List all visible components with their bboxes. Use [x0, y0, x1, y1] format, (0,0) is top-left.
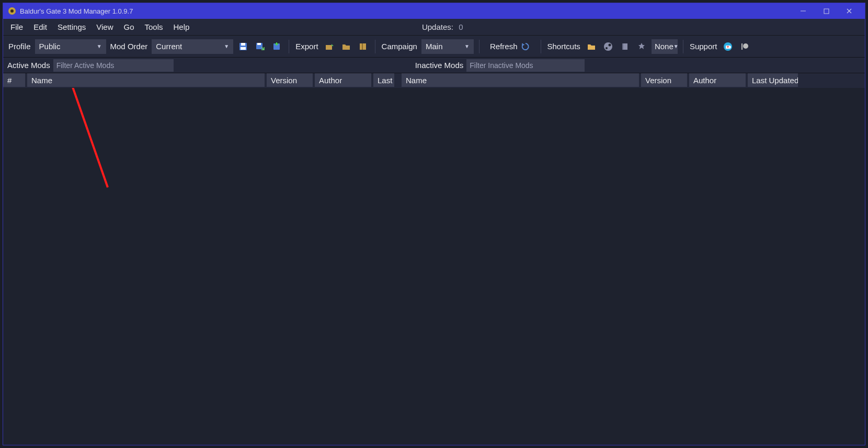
col-name-active[interactable]: Name — [27, 73, 267, 87]
menubar: File Edit Settings View Go Tools Help Up… — [3, 19, 865, 36]
svg-line-21 — [67, 88, 108, 187]
annotation-arrow — [3, 88, 401, 297]
mod-list-content — [3, 88, 865, 445]
svg-point-15 — [606, 47, 608, 49]
svg-point-1 — [10, 9, 14, 13]
updates-count: 0 — [459, 23, 463, 31]
export-zip-icon[interactable] — [356, 40, 370, 53]
toolbar-separator — [541, 40, 541, 53]
svg-rect-12 — [362, 43, 363, 50]
chevron-down-icon: ▼ — [224, 43, 229, 49]
svg-rect-5 — [241, 43, 245, 46]
refresh-icon — [521, 42, 530, 51]
config-icon[interactable] — [635, 40, 648, 53]
svg-rect-2 — [801, 11, 806, 12]
svg-point-13 — [604, 42, 612, 51]
menu-go[interactable]: Go — [118, 20, 139, 34]
support-label: Support — [689, 42, 718, 51]
open-folder-icon[interactable] — [585, 40, 598, 53]
menu-edit[interactable]: Edit — [28, 20, 52, 34]
filter-active-input[interactable] — [53, 59, 174, 72]
svg-rect-10 — [326, 45, 332, 50]
export-label: Export — [294, 42, 319, 51]
svg-rect-3 — [824, 9, 829, 14]
minimize-button[interactable] — [792, 4, 815, 18]
close-button[interactable] — [838, 4, 861, 18]
svg-rect-8 — [257, 43, 261, 45]
col-lastupdated-inactive[interactable]: Last Updated — [748, 73, 800, 87]
menu-tools[interactable]: Tools — [140, 20, 168, 34]
none-label: None — [655, 42, 673, 51]
toolbar-separator — [683, 40, 683, 53]
modorder-label: Mod Order — [109, 42, 149, 51]
book-icon[interactable] — [618, 40, 632, 53]
table-headers: # Name Version Author Last U Name Versio… — [3, 73, 865, 88]
toolbar-separator — [289, 40, 289, 53]
col-number[interactable]: # — [3, 73, 27, 87]
profile-label: Profile — [7, 42, 32, 51]
chevron-down-icon: ▼ — [97, 43, 102, 49]
menu-settings[interactable]: Settings — [52, 20, 91, 34]
menu-file[interactable]: File — [5, 20, 28, 34]
window-title: Baldur's Gate 3 Mod Manager 1.0.9.7 — [20, 7, 133, 15]
filter-inactive-input[interactable] — [466, 59, 585, 72]
add-save-icon[interactable] — [270, 40, 283, 53]
maximize-button[interactable] — [815, 4, 838, 18]
menu-help[interactable]: Help — [168, 20, 195, 34]
col-version-inactive[interactable]: Version — [641, 73, 689, 87]
toolbar-separator — [375, 40, 375, 53]
refresh-button[interactable]: Refresh — [485, 39, 535, 54]
active-mods-label: Active Mods — [7, 61, 50, 70]
patreon-icon[interactable] — [738, 40, 751, 53]
campaign-dropdown[interactable]: Main ▼ — [421, 39, 474, 54]
kofi-icon[interactable] — [721, 40, 735, 53]
save-icon[interactable] — [236, 40, 250, 53]
profile-dropdown[interactable]: Public ▼ — [35, 39, 106, 54]
col-author-active[interactable]: Author — [315, 73, 373, 87]
updates-indicator[interactable]: Updates: 0 — [422, 23, 463, 31]
svg-rect-17 — [622, 43, 623, 50]
updates-label: Updates: — [422, 23, 453, 31]
svg-rect-19 — [741, 43, 743, 50]
toolbar: Profile Public ▼ Mod Order Current ▼ Exp… — [3, 36, 865, 58]
campaign-label: Campaign — [381, 42, 418, 51]
steam-icon[interactable] — [601, 40, 615, 53]
filter-row: Active Mods Inactive Mods — [3, 58, 865, 73]
col-author-inactive[interactable]: Author — [689, 73, 748, 87]
modorder-dropdown[interactable]: Current ▼ — [152, 39, 233, 54]
svg-rect-6 — [241, 47, 246, 50]
toolbar-separator — [479, 40, 479, 53]
modorder-value: Current — [156, 42, 182, 51]
col-version-active[interactable]: Version — [267, 73, 315, 87]
export-package-icon[interactable] — [323, 40, 336, 53]
app-icon — [7, 6, 17, 16]
chevron-down-icon: ▼ — [464, 43, 470, 49]
col-lastupdated-active[interactable]: Last U — [373, 73, 396, 87]
export-folder-icon[interactable] — [339, 40, 353, 53]
svg-point-20 — [743, 43, 748, 49]
menu-view[interactable]: View — [91, 20, 118, 34]
refresh-label: Refresh — [490, 42, 518, 51]
col-name-inactive[interactable]: Name — [402, 73, 641, 87]
profile-value: Public — [39, 42, 61, 51]
chevron-down-icon: ▼ — [673, 43, 679, 49]
save-as-icon[interactable] — [253, 40, 267, 53]
inactive-mods-label: Inactive Mods — [415, 61, 464, 70]
shortcuts-none-dropdown[interactable]: None ▼ — [652, 39, 678, 54]
shortcuts-label: Shortcuts — [546, 42, 581, 51]
campaign-value: Main — [426, 42, 443, 51]
svg-point-14 — [608, 43, 611, 46]
titlebar: Baldur's Gate 3 Mod Manager 1.0.9.7 — [3, 3, 865, 19]
